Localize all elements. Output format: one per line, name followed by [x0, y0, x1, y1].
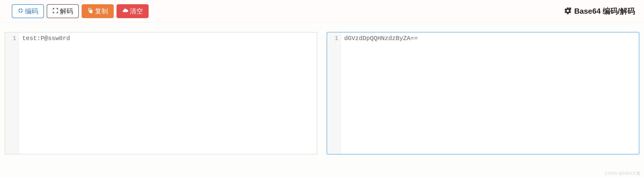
toolbar-title-area: Base64 编码/解码	[564, 6, 638, 16]
line-number: 1	[6, 35, 16, 42]
line-number: 1	[328, 35, 338, 42]
right-editor[interactable]: 1 dGVzdDpQQHNzdzByZA==	[327, 32, 639, 155]
encode-button[interactable]: 编码	[12, 4, 44, 18]
cloud-icon	[122, 7, 128, 15]
clear-button[interactable]: 清空	[116, 4, 148, 18]
svg-rect-0	[90, 10, 92, 13]
left-content[interactable]: test:P@ssw0rd	[19, 32, 317, 154]
decode-button[interactable]: 解码	[47, 4, 79, 18]
right-content[interactable]: dGVzdDpQQHNzdzByZA==	[341, 32, 639, 154]
right-gutter: 1	[327, 32, 341, 154]
copy-label: 复制	[95, 8, 108, 14]
left-gutter: 1	[5, 32, 19, 154]
minimize-icon	[18, 7, 24, 15]
page-title: Base64 编码/解码	[574, 6, 635, 16]
toolbar: 编码 解码 复制	[0, 0, 644, 23]
editors-container: 1 test:P@ssw0rd 1 dGVzdDpQQHNzdzByZA==	[0, 23, 644, 159]
copy-icon	[87, 7, 94, 15]
encode-label: 编码	[25, 8, 38, 14]
left-editor[interactable]: 1 test:P@ssw0rd	[5, 32, 317, 155]
svg-point-1	[569, 7, 571, 9]
watermark: CSDN @DBA大董	[604, 171, 641, 176]
maximize-icon	[52, 7, 58, 15]
clear-label: 清空	[130, 8, 143, 14]
decode-label: 解码	[60, 8, 73, 14]
gear-icon[interactable]	[564, 7, 572, 16]
toolbar-buttons: 编码 解码 复制	[12, 4, 148, 18]
copy-button[interactable]: 复制	[82, 4, 114, 18]
